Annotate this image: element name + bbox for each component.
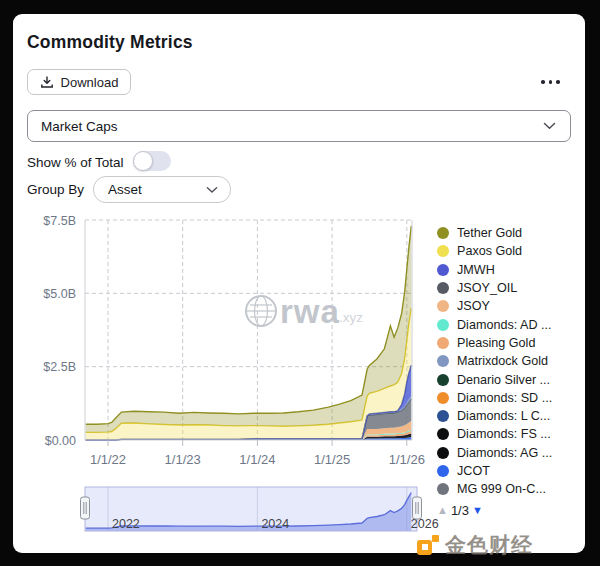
ellipsis-icon	[541, 80, 545, 84]
legend-item[interactable]: Denario Silver ...	[437, 370, 585, 388]
metric-select-value: Market Caps	[41, 119, 118, 134]
legend-item-label: JSOY_OIL	[457, 281, 517, 295]
legend-color-dot	[437, 282, 449, 294]
watermark-suffix: .xyz	[339, 310, 363, 325]
x-tick-label: 1/1/24	[239, 452, 275, 467]
legend-color-dot	[437, 374, 449, 386]
y-tick-label: $2.5B	[43, 360, 76, 374]
legend-color-dot	[437, 410, 449, 422]
group-by-select[interactable]: Asset	[93, 176, 231, 203]
chevron-down-icon	[206, 186, 218, 194]
site-watermark-badge: 金色财经	[417, 531, 533, 559]
x-tick-label: 1/1/23	[165, 452, 201, 467]
legend-page-down-icon[interactable]: ▼	[472, 504, 483, 516]
brush-chart-svg[interactable]: 202220242026	[13, 482, 453, 534]
legend-item-label: Matrixdock Gold	[457, 354, 548, 368]
page-title: Commodity Metrics	[27, 32, 193, 53]
legend-item[interactable]: JSOY_OIL	[437, 279, 585, 297]
legend-item[interactable]: Diamonds: L C...	[437, 407, 585, 425]
group-by-value: Asset	[108, 182, 142, 197]
legend-color-dot	[437, 355, 449, 367]
legend-item-label: JMWH	[457, 263, 495, 277]
download-label: Download	[61, 75, 119, 90]
brush-handle[interactable]	[81, 497, 90, 519]
legend-color-dot	[437, 337, 449, 349]
legend-item-label: Diamonds: L C...	[457, 409, 550, 423]
legend-item-label: JSOY	[457, 299, 490, 313]
legend-item[interactable]: MG 999 On-C...	[437, 480, 585, 498]
legend-item[interactable]: Paxos Gold	[437, 242, 585, 260]
x-tick-label: 1/1/25	[314, 452, 350, 467]
legend-item-label: Diamonds: FS ...	[457, 427, 551, 441]
x-tick-label: 1/1/26	[389, 452, 425, 467]
legend-color-dot	[437, 264, 449, 276]
legend-item[interactable]: Diamonds: AG ...	[437, 444, 585, 462]
download-button[interactable]: Download	[27, 69, 131, 95]
chevron-down-icon	[543, 122, 556, 130]
legend-item-label: Pleasing Gold	[457, 336, 535, 350]
legend-color-dot	[437, 447, 449, 459]
legend-item[interactable]: Diamonds: SD ...	[437, 389, 585, 407]
legend-item-label: Diamonds: SD ...	[457, 391, 552, 405]
download-icon	[40, 75, 54, 89]
legend-item-label: JCOT	[457, 464, 490, 478]
brush-tick-label: 2022	[112, 517, 140, 531]
legend-list: Tether GoldPaxos GoldJMWHJSOY_OILJSOYDia…	[437, 224, 585, 501]
brush-tick-label: 2024	[261, 517, 289, 531]
legend-color-dot	[437, 428, 449, 440]
legend-page-indicator: 1/3	[451, 503, 469, 518]
legend-color-dot	[437, 227, 449, 239]
legend-color-dot	[437, 465, 449, 477]
legend-item-label: MG 999 On-C...	[457, 482, 546, 496]
legend-item-label: Diamonds: AD ...	[457, 318, 552, 332]
legend-item[interactable]: Pleasing Gold	[437, 334, 585, 352]
toggle-knob	[133, 151, 153, 171]
legend-item-label: Tether Gold	[457, 226, 522, 240]
legend-item[interactable]: Diamonds: FS ...	[437, 425, 585, 443]
more-options-button[interactable]	[541, 76, 571, 88]
watermark-brand: rwa	[280, 293, 340, 330]
legend-item[interactable]: JSOY	[437, 297, 585, 315]
legend-item[interactable]: Tether Gold	[437, 224, 585, 242]
rwa-watermark: rwa.xyz	[246, 293, 363, 330]
legend-item-label: Denario Silver ...	[457, 373, 550, 387]
legend-item[interactable]: Diamonds: AD ...	[437, 315, 585, 333]
y-tick-label: $0.00	[45, 434, 76, 448]
legend-item[interactable]: Matrixdock Gold	[437, 352, 585, 370]
jinse-watermark-text: 金色财经	[445, 531, 533, 559]
legend-item[interactable]: JMWH	[437, 261, 585, 279]
y-tick-label: $5.0B	[43, 287, 76, 301]
main-chart-svg: 1/1/221/1/231/1/241/1/251/1/26$7.5B$5.0B…	[13, 210, 433, 472]
legend-color-dot	[437, 300, 449, 312]
line-Tether Gold	[86, 226, 412, 424]
area-Tether Gold	[86, 226, 412, 433]
legend-color-dot	[437, 245, 449, 257]
legend-color-dot	[437, 392, 449, 404]
y-tick-label: $7.5B	[43, 214, 76, 228]
metric-select[interactable]: Market Caps	[27, 110, 571, 142]
page-background: { "header": { "title": "Commodity Metric…	[0, 0, 600, 566]
legend-item[interactable]: JCOT	[437, 462, 585, 480]
legend-item-label: Paxos Gold	[457, 244, 522, 258]
commodity-metrics-card: Commodity Metrics Download Market Caps S…	[13, 14, 585, 553]
x-tick-label: 1/1/22	[90, 452, 126, 467]
show-pct-toggle[interactable]	[133, 151, 171, 171]
show-pct-label: Show % of Total	[27, 155, 124, 170]
jinse-logo-icon	[417, 534, 440, 557]
legend-item-label: Diamonds: AG ...	[457, 446, 552, 460]
legend-color-dot	[437, 319, 449, 331]
brush-handle[interactable]	[413, 497, 422, 519]
group-by-label: Group By	[27, 182, 84, 197]
